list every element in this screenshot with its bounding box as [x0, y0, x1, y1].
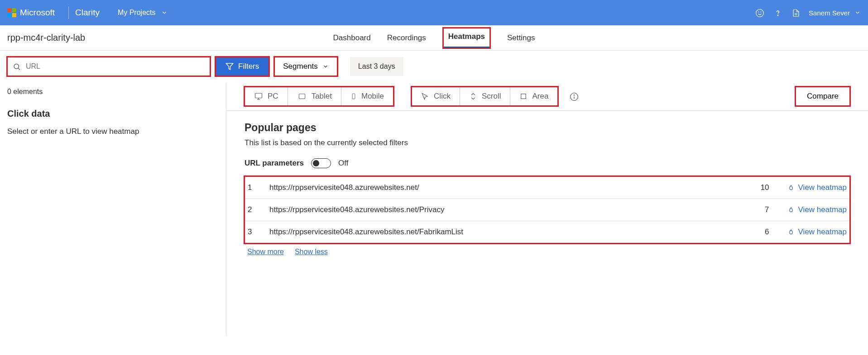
sidebar-hint: Select or enter a URL to view heatmap [7, 127, 219, 136]
url-parameters-row: URL parameters Off [245, 158, 850, 168]
url-input[interactable] [7, 57, 210, 76]
info-icon[interactable] [570, 91, 579, 101]
global-header: Microsoft Clarity My Projects Sanem Seve… [0, 0, 868, 25]
url-input-wrap [7, 57, 210, 76]
row-url: https://rppservicesite048.azurewebsites.… [269, 183, 742, 192]
mode-area-label: Area [532, 92, 548, 101]
chevron-down-icon [322, 63, 329, 70]
url-parameters-label: URL parameters [245, 159, 304, 168]
device-mobile[interactable]: Mobile [341, 87, 393, 105]
search-icon [13, 62, 21, 71]
device-pc[interactable]: PC [245, 87, 288, 105]
filters-button[interactable]: Filters [216, 57, 269, 76]
tab-dashboard[interactable]: Dashboard [333, 27, 371, 49]
monitor-icon [254, 92, 263, 100]
elements-count: 0 elements [7, 88, 219, 96]
area-icon [519, 92, 528, 100]
project-subheader: rpp-mc4r-clarity-lab Dashboard Recording… [0, 25, 868, 51]
svg-point-0 [756, 9, 764, 17]
tablet-icon [297, 93, 307, 100]
mode-click[interactable]: Click [412, 87, 460, 105]
mode-scroll[interactable]: Scroll [460, 87, 511, 105]
mode-scroll-label: Scroll [482, 92, 501, 101]
row-count: 10 [742, 183, 769, 192]
table-row: 3https://rppservicesite048.azurewebsites… [245, 221, 849, 243]
cursor-icon [421, 92, 429, 100]
view-heatmap-link[interactable]: View heatmap [787, 227, 847, 237]
filters-label: Filters [238, 62, 259, 71]
popular-pages-table: 1https://rppservicesite048.azurewebsites… [245, 176, 850, 243]
segments-label: Segments [283, 62, 318, 71]
compare-button[interactable]: Compare [796, 87, 850, 106]
svg-point-1 [758, 12, 759, 12]
scroll-icon [469, 92, 477, 100]
chevron-down-icon [161, 9, 168, 16]
segments-button[interactable]: Segments [274, 57, 337, 76]
click-data-title: Click data [7, 109, 219, 119]
device-tablet-label: Tablet [312, 92, 332, 101]
url-parameters-toggle[interactable] [311, 158, 331, 168]
heatmap-toolbar: PC Tablet Mobile Click Scroll [226, 82, 868, 111]
main: 0 elements Click data Select or enter a … [0, 82, 868, 336]
row-count: 6 [742, 227, 769, 237]
user-name: Sanem Sever [809, 9, 850, 17]
brand-clarity: Clarity [75, 8, 100, 18]
microsoft-logo-icon [7, 8, 16, 17]
url-parameters-state: Off [338, 159, 348, 168]
my-projects-menu[interactable]: My Projects [118, 9, 168, 17]
svg-rect-13 [352, 94, 355, 99]
flame-icon [787, 205, 795, 214]
row-index: 3 [248, 227, 269, 237]
row-index: 1 [248, 183, 269, 192]
mode-click-label: Click [434, 92, 451, 101]
show-less-link[interactable]: Show less [295, 248, 328, 256]
svg-marker-8 [226, 63, 233, 70]
svg-point-21 [574, 95, 575, 95]
feedback-icon[interactable] [751, 8, 769, 17]
subnav: Dashboard Recordings Heatmaps Settings [333, 27, 535, 49]
svg-point-6 [14, 64, 19, 69]
device-tablet[interactable]: Tablet [288, 87, 341, 105]
row-url: https://rppservicesite048.azurewebsites.… [269, 205, 742, 214]
help-icon[interactable] [769, 8, 787, 17]
table-row: 2https://rppservicesite048.azurewebsites… [245, 199, 849, 221]
row-count: 7 [742, 205, 769, 214]
show-more-link[interactable]: Show more [247, 248, 284, 256]
mobile-icon [350, 92, 357, 101]
tab-heatmaps[interactable]: Heatmaps [442, 27, 491, 49]
table-row: 1https://rppservicesite048.azurewebsites… [245, 177, 849, 199]
content: PC Tablet Mobile Click Scroll [226, 82, 868, 336]
view-heatmap-link[interactable]: View heatmap [787, 205, 847, 214]
filter-bar: Filters Segments Last 3 days [0, 51, 868, 82]
date-range-chip[interactable]: Last 3 days [350, 57, 403, 76]
tab-settings[interactable]: Settings [507, 27, 535, 49]
mode-segment: Click Scroll Area [412, 87, 558, 106]
document-icon[interactable] [787, 8, 805, 17]
svg-point-3 [777, 15, 778, 15]
user-menu[interactable]: Sanem Sever [809, 9, 861, 17]
my-projects-label: My Projects [118, 9, 156, 17]
svg-point-2 [761, 12, 761, 12]
flame-icon [787, 183, 795, 192]
device-mobile-label: Mobile [361, 92, 384, 101]
device-pc-label: PC [268, 92, 278, 101]
mode-area[interactable]: Area [510, 87, 557, 105]
popular-pages-subtitle: This list is based on the currently sele… [245, 138, 850, 147]
row-url: https://rppservicesite048.azurewebsites.… [269, 227, 742, 237]
popular-pages: Popular pages This list is based on the … [226, 111, 868, 267]
filter-icon [225, 62, 234, 71]
svg-rect-14 [521, 94, 526, 99]
row-index: 2 [248, 205, 269, 214]
tab-recordings[interactable]: Recordings [387, 27, 426, 49]
svg-rect-9 [255, 93, 262, 98]
brand-microsoft: Microsoft [20, 8, 55, 18]
show-links: Show more Show less [245, 248, 850, 256]
microsoft-logo: Microsoft [7, 8, 55, 18]
chevron-down-icon [854, 9, 861, 16]
view-heatmap-link[interactable]: View heatmap [787, 183, 847, 192]
header-divider [68, 6, 69, 19]
sidebar: 0 elements Click data Select or enter a … [0, 82, 226, 336]
svg-line-7 [18, 68, 19, 70]
popular-pages-title: Popular pages [245, 122, 850, 134]
svg-rect-12 [299, 94, 305, 99]
